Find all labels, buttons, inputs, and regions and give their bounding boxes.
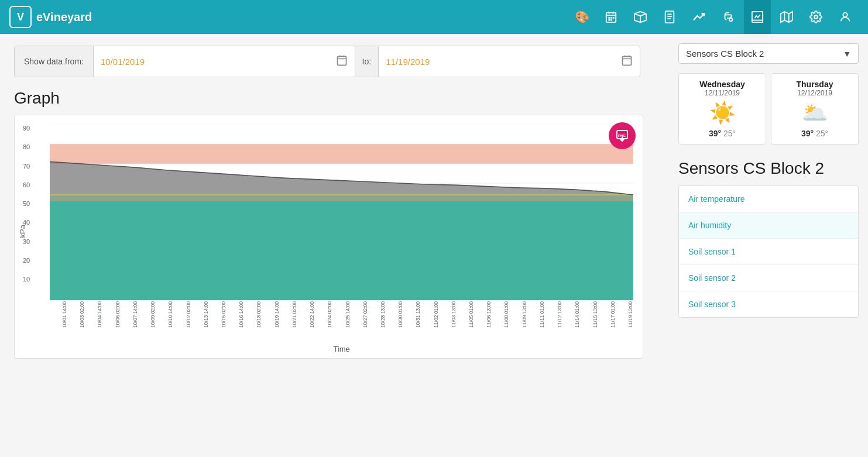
sensor-item-air-humidity[interactable]: Air humidity	[679, 212, 858, 239]
svg-rect-25	[623, 56, 632, 65]
weather-low-2: 25°	[816, 129, 828, 138]
weather-high-2: 39°	[801, 129, 814, 138]
weather-day-1: Wednesday	[686, 80, 759, 89]
weather-card-wednesday: Wednesday 12/11/2019 ☀️ 39° 25°	[678, 73, 766, 145]
faucet-nav-icon[interactable]	[715, 0, 742, 34]
date-from-value: 10/01/2019	[101, 57, 336, 67]
weather-card-thursday: Thursday 12/12/2019 🌥️ 39° 25°	[771, 73, 859, 145]
box-nav-icon[interactable]	[627, 0, 654, 34]
sensor-list: Air temperature Air humidity Soil sensor…	[678, 185, 859, 318]
calendar-to-icon[interactable]	[621, 54, 633, 69]
date-from-input[interactable]: 10/01/2019	[94, 46, 355, 77]
svg-rect-6	[613, 17, 615, 19]
sensor-item-soil-1[interactable]: Soil sensor 1	[679, 239, 858, 265]
chart-area	[50, 125, 633, 300]
weather-icon-1: ☀️	[686, 101, 759, 125]
weather-date-2: 12/12/2019	[778, 89, 851, 97]
weather-low-1: 25°	[723, 129, 736, 138]
svg-rect-7	[608, 19, 610, 21]
logo-icon: V	[9, 6, 32, 28]
sensor-dropdown-label: Sensors CS Block 2	[686, 49, 764, 59]
svg-marker-44	[50, 201, 633, 300]
sensor-item-soil-3[interactable]: Soil sensor 3	[679, 291, 858, 317]
png-download-button[interactable]: PNG	[609, 122, 636, 149]
sensor-item-soil-2[interactable]: Soil sensor 2	[679, 265, 858, 291]
chart-nav-icon[interactable]	[744, 0, 771, 34]
sensor-item-air-temperature[interactable]: Air temperature	[679, 186, 858, 212]
svg-point-13	[729, 18, 733, 22]
sensors-block-title: Sensors CS Block 2	[678, 159, 859, 178]
svg-point-20	[843, 13, 847, 17]
date-filter: Show data from: 10/01/2019 to: 11/19/201…	[14, 46, 640, 77]
y-axis-ticks: 10 20 30 40 50 60 70 80 90	[23, 125, 30, 283]
date-to-input[interactable]: 11/19/2019	[379, 46, 640, 77]
svg-rect-21	[337, 56, 346, 65]
svg-marker-41	[50, 144, 633, 163]
palette-nav-icon[interactable]: 🎨	[568, 0, 595, 34]
map-nav-icon[interactable]	[773, 0, 800, 34]
weather-icon-2: 🌥️	[778, 101, 851, 125]
x-axis-ticks-container: 10/01 14:00 10/03 02:00 10/04 14:00 10/0…	[50, 301, 633, 342]
nav-icons: 🎨	[568, 0, 859, 34]
x-axis-label: Time	[50, 345, 633, 353]
topnav: V eVineyard 🎨	[0, 0, 868, 34]
weather-high-1: 39°	[709, 129, 721, 138]
calendar-nav-icon[interactable]	[598, 0, 625, 34]
weather-row: Wednesday 12/11/2019 ☀️ 39° 25° Thursday…	[678, 73, 859, 145]
settings-nav-icon[interactable]	[802, 0, 829, 34]
sensor-select-dropdown[interactable]: Sensors CS Block 2 ▼	[678, 43, 859, 64]
graph-container: PNG kPa	[14, 115, 643, 359]
user-nav-icon[interactable]	[832, 0, 859, 34]
document-nav-icon[interactable]	[656, 0, 683, 34]
date-filter-label: Show data from:	[15, 46, 94, 77]
x-axis-ticks: 10/01 14:00 10/03 02:00 10/04 14:00 10/0…	[50, 301, 633, 328]
weather-temp-2: 39° 25°	[778, 129, 851, 138]
svg-marker-16	[781, 12, 792, 22]
logo[interactable]: V eVineyard	[9, 6, 92, 28]
main-layout: Show data from: 10/01/2019 to: 11/19/201…	[0, 34, 868, 457]
left-panel: Show data from: 10/01/2019 to: 11/19/201…	[0, 34, 669, 457]
weather-temp-1: 39° 25°	[686, 129, 759, 138]
weather-date-1: 12/11/2019	[686, 89, 759, 97]
trending-nav-icon[interactable]	[685, 0, 712, 34]
app-name: eVineyard	[36, 11, 92, 24]
dropdown-arrow-icon: ▼	[843, 49, 851, 59]
date-to-value: 11/19/2019	[386, 57, 621, 67]
svg-rect-5	[610, 17, 612, 19]
svg-point-19	[814, 15, 818, 19]
graph-title: Graph	[14, 89, 655, 108]
right-panel: Sensors CS Block 2 ▼ Wednesday 12/11/201…	[669, 34, 868, 457]
date-separator: to:	[355, 46, 379, 77]
calendar-from-icon[interactable]	[336, 54, 348, 69]
chart-svg	[50, 125, 633, 300]
weather-day-2: Thursday	[778, 80, 851, 89]
svg-rect-8	[610, 19, 612, 21]
svg-rect-4	[608, 17, 610, 19]
svg-marker-43	[50, 195, 633, 201]
